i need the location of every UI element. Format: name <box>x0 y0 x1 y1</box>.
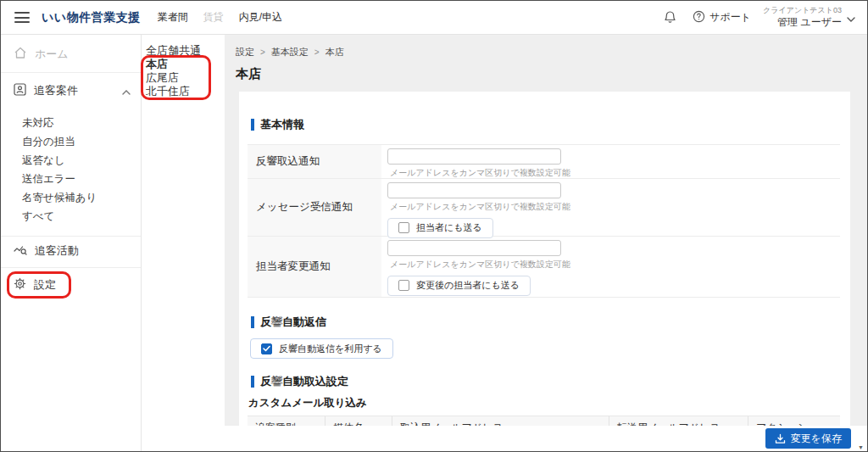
store-list: 全店舗共通 本店 広尾店 北千住店 <box>142 35 225 451</box>
message-notify-input[interactable] <box>387 182 561 198</box>
user-org-label: クライアントテスト03 <box>763 6 842 16</box>
custom-mail-title: カスタムメール取り込み <box>248 396 850 410</box>
sidebar-item-home[interactable]: ホーム <box>1 42 141 67</box>
breadcrumb-current: 本店 <box>326 46 344 59</box>
divider <box>1 72 141 73</box>
sidebar-item-mitaio[interactable]: 未対応 <box>1 114 141 132</box>
user-menu[interactable]: クライアントテスト03 管理 ユーザー <box>763 6 855 29</box>
store-item-all[interactable]: 全店舗共通 <box>144 44 225 58</box>
breadcrumb: 設定 > 基本設定 > 本店 <box>225 35 867 59</box>
support-label: サポート <box>709 10 751 25</box>
chevron-down-icon <box>847 10 855 25</box>
chevron-up-icon[interactable] <box>122 85 131 98</box>
top-header: いい物件営業支援 業者間 賃貸 内見/申込 サポート <box>1 1 867 35</box>
sidebar-item-label: 追客活動 <box>35 243 79 259</box>
basic-info-form: 反響取込通知 メールアドレスをカンマ区切りで複数設定可能 メッセージ受信通知 メ… <box>248 144 840 298</box>
save-changes-button[interactable]: 変更を保存 <box>765 428 851 449</box>
sidebar-item-label: ホーム <box>35 47 69 62</box>
store-item-hiroo[interactable]: 広尾店 <box>144 71 225 85</box>
form-row-tanto-change-notify: 担当者変更通知 メールアドレスをカンマ区切りで複数設定可能 変更後の担当者にも送… <box>248 237 840 298</box>
checkbox-checked[interactable] <box>261 343 272 354</box>
person-card-icon <box>14 83 26 98</box>
page-title: 本店 <box>236 66 867 82</box>
nav-chintai: 賃貸 <box>203 10 224 25</box>
divider <box>1 236 141 237</box>
checkbox-label: 変更後の担当者にも送る <box>416 279 520 292</box>
gear-icon <box>14 277 26 293</box>
app-window: いい物件営業支援 業者間 賃貸 内見/申込 サポート <box>0 0 868 452</box>
settings-card: 基本情報 反響取込通知 メールアドレスをカンマ区切りで複数設定可能 メッセージ受… <box>239 92 850 448</box>
sidebar-item-own[interactable]: 自分の担当 <box>1 132 141 151</box>
section-auto-reply: 反響自動返信 <box>251 315 850 330</box>
hamburger-menu-icon[interactable] <box>14 12 30 23</box>
sidebar-submenu: 未対応 自分の担当 返答なし 送信エラー 名寄せ候補あり すべて <box>1 103 141 231</box>
field-helper-text: メールアドレスをカンマ区切りで複数設定可能 <box>390 259 840 271</box>
section-basic-info: 基本情報 <box>251 117 850 132</box>
field-label: 反響取込通知 <box>248 145 381 178</box>
section-bar <box>251 316 254 328</box>
sidebar-item-noreply[interactable]: 返答なし <box>1 151 141 170</box>
field-label: メッセージ受信通知 <box>248 179 381 236</box>
divider <box>1 267 141 268</box>
sidebar-item-settings[interactable]: 設定 <box>1 272 141 298</box>
scrollbar-down-icon[interactable]: ▼ <box>858 444 864 450</box>
tanto-change-notify-input[interactable] <box>387 240 561 256</box>
top-nav: 業者間 賃貸 内見/申込 <box>158 10 282 25</box>
section-bar <box>251 376 254 388</box>
store-item-honten[interactable]: 本店 <box>144 58 225 71</box>
checkbox-label: 反響自動返信を利用する <box>279 343 382 355</box>
support-link[interactable]: サポート <box>693 10 751 25</box>
hankyo-notify-input[interactable] <box>387 148 561 165</box>
save-footer-bar: 変更を保存 <box>225 426 867 451</box>
nav-naiken[interactable]: 内見/申込 <box>239 10 282 25</box>
notification-bell-icon[interactable] <box>663 10 677 25</box>
breadcrumb-basic-settings[interactable]: 基本設定 <box>271 46 309 59</box>
sidebar-item-label: 設定 <box>34 277 56 293</box>
auto-reply-enable-checkbox[interactable]: 反響自動返信を利用する <box>250 338 393 359</box>
checkbox-unchecked[interactable] <box>398 280 409 291</box>
store-item-kitasenju[interactable]: 北千住店 <box>144 85 225 98</box>
checkmark-icon <box>263 345 270 352</box>
field-helper-text: メールアドレスをカンマ区切りで複数設定可能 <box>390 201 840 213</box>
home-icon <box>14 47 27 62</box>
sidebar-item-all[interactable]: すべて <box>1 207 141 226</box>
field-helper-text: メールアドレスをカンマ区切りで複数設定可能 <box>390 167 840 179</box>
form-row-hankyo-notify: 反響取込通知 メールアドレスをカンマ区切りで複数設定可能 <box>248 145 840 179</box>
send-to-tanto-checkbox[interactable]: 担当者にも送る <box>387 218 493 238</box>
sidebar-menu: ホーム 追客案件 未対応 自分の担当 返答なし <box>1 35 142 451</box>
breadcrumb-separator: > <box>260 47 265 57</box>
sidebar-item-activity[interactable]: 追客活動 <box>1 238 141 264</box>
sidebar-item-nayose[interactable]: 名寄せ候補あり <box>1 188 141 207</box>
sidebar-item-senderror[interactable]: 送信エラー <box>1 170 141 188</box>
breadcrumb-settings[interactable]: 設定 <box>236 46 254 59</box>
checkbox-unchecked[interactable] <box>398 222 409 233</box>
app-logo[interactable]: いい物件営業支援 <box>42 10 141 25</box>
user-name-label: 管理 ユーザー <box>763 16 842 30</box>
question-circle-icon <box>693 10 705 25</box>
breadcrumb-separator: > <box>314 47 320 57</box>
nav-gyoshakan[interactable]: 業者間 <box>158 10 188 25</box>
send-to-new-tanto-checkbox[interactable]: 変更後の担当者にも送る <box>387 276 531 296</box>
form-row-message-notify: メッセージ受信通知 メールアドレスをカンマ区切りで複数設定可能 担当者にも送る <box>248 179 840 237</box>
sidebar-item-cases[interactable]: 追客案件 <box>1 78 141 103</box>
section-bar <box>251 119 254 131</box>
checkbox-label: 担当者にも送る <box>416 221 482 234</box>
field-label: 担当者変更通知 <box>248 237 381 297</box>
save-download-icon <box>775 433 786 444</box>
activity-chart-icon <box>14 244 27 258</box>
main-content: 設定 > 基本設定 > 本店 本店 基本情報 反響取込通知 メール <box>225 35 867 451</box>
section-auto-import: 反響自動取込設定 <box>251 374 850 389</box>
sidebar-item-label: 追客案件 <box>34 83 78 98</box>
